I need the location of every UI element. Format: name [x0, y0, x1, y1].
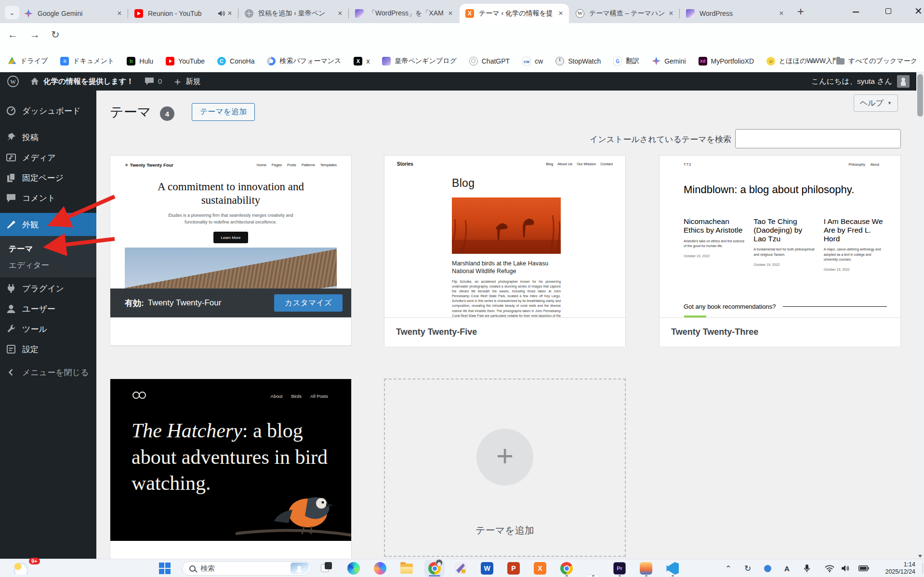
comments-link[interactable]: 0: [145, 77, 162, 86]
bookmark-item[interactable]: G翻訳: [613, 57, 639, 66]
page-scrollbar[interactable]: [916, 72, 924, 559]
all-bookmarks-label[interactable]: すべてのブックマーク: [848, 57, 917, 66]
browser-tab[interactable]: 「WordPress」を「XAM ×: [349, 4, 459, 23]
sidebar-item-users[interactable]: ユーザー: [0, 299, 96, 319]
back-icon[interactable]: ←: [8, 29, 18, 40]
tray-chevron-icon[interactable]: ⌃: [725, 559, 731, 577]
tab-audio-icon[interactable]: [218, 10, 225, 17]
browser-tab[interactable]: Reunion - YouTub ×: [129, 4, 238, 23]
xampp-icon[interactable]: X: [534, 562, 546, 575]
theme-name[interactable]: Twenty Twenty-Three: [660, 317, 900, 346]
tab-search-button[interactable]: ⌄: [5, 6, 19, 19]
bookmark-item[interactable]: YouTube: [166, 57, 205, 66]
account-menu[interactable]: こんにちは、syuta さん: [811, 75, 910, 88]
task-view-button[interactable]: [321, 562, 333, 575]
collapse-menu-button[interactable]: メニューを閉じる: [0, 362, 96, 382]
theme-preview[interactable]: Stories BlogAbout UsOur MissionContact B…: [384, 156, 625, 317]
sidebar-item-dashboard[interactable]: ダッシュボード: [0, 100, 96, 121]
bookmark-item[interactable]: CConoHa: [217, 57, 254, 66]
tab-close-icon[interactable]: ×: [225, 9, 234, 18]
site-title[interactable]: 化学の情報を提供します！: [43, 77, 134, 87]
visit-site-link[interactable]: 化学の情報を提供します！: [30, 77, 134, 87]
clip-studio-icon[interactable]: [454, 562, 467, 575]
browser-tab[interactable]: Google Gemini ×: [18, 4, 128, 23]
word-icon[interactable]: W: [481, 562, 493, 575]
theme-search-input[interactable]: [735, 129, 901, 148]
submenu-item-themes[interactable]: テーマ: [0, 242, 96, 256]
browser-tab-active[interactable]: X テーマ ‹ 化学の情報を提 ×: [460, 4, 569, 23]
taskbar-search[interactable]: 検索: [182, 561, 311, 576]
wifi-icon[interactable]: [825, 559, 834, 577]
forward-icon[interactable]: →: [30, 29, 40, 40]
powerpoint-icon[interactable]: P: [507, 562, 520, 575]
add-theme-card[interactable]: + テーマを追加: [384, 379, 626, 557]
flame-app-icon[interactable]: [640, 562, 652, 575]
tab-close-icon[interactable]: ×: [556, 9, 565, 18]
chrome-active-icon[interactable]: [428, 562, 441, 575]
show-desktop-button[interactable]: [923, 563, 924, 574]
help-button[interactable]: ヘルプ: [854, 94, 898, 112]
taskbar-clock[interactable]: 1:14 2025/12/24: [885, 561, 915, 576]
chrome-icon[interactable]: [560, 562, 573, 575]
new-content-link[interactable]: ＋ 新規: [172, 75, 200, 88]
search-highlight-thumbnail[interactable]: [290, 563, 309, 574]
theme-preview[interactable]: ✳ Twenty Twenty Four HomePagesPostsPatte…: [110, 156, 351, 317]
theme-card-twenty-twenty-three[interactable]: TT3 PhilosophyAbout Mindblown: a blog ab…: [659, 155, 901, 346]
volume-icon[interactable]: [841, 559, 850, 577]
theme-card-twenty-twenty-five[interactable]: Stories BlogAbout UsOur MissionContact B…: [384, 155, 626, 346]
bookmark-item[interactable]: Gemini: [652, 57, 686, 66]
ime-mode-indicator[interactable]: A: [784, 559, 790, 577]
submenu-item-editor[interactable]: エディター: [0, 258, 96, 273]
premiere-icon[interactable]: Pr: [613, 562, 626, 575]
window-close-button[interactable]: ✕: [914, 5, 923, 17]
bookmark-item[interactable]: XdMyPortfolioXD: [699, 57, 754, 66]
tray-network-app-icon[interactable]: [764, 559, 771, 577]
tab-close-icon[interactable]: ×: [777, 9, 786, 18]
bookmark-item[interactable]: Xx: [354, 57, 370, 66]
sidebar-item-appearance[interactable]: 外観: [0, 213, 96, 236]
start-button[interactable]: [159, 563, 171, 574]
tab-close-icon[interactable]: ×: [667, 9, 675, 18]
tab-close-icon[interactable]: ×: [446, 9, 455, 18]
sidebar-item-comments[interactable]: コメント: [0, 188, 96, 208]
browser-tab[interactable]: WordPress ×: [680, 4, 790, 23]
theme-preview[interactable]: AboutBirdsAll Posts The Hatchery: a blog…: [110, 379, 351, 541]
sidebar-item-tools[interactable]: ツール: [0, 319, 96, 339]
sidebar-item-plugins[interactable]: プラグイン: [0, 278, 96, 299]
bookmark-item[interactable]: cwcw: [522, 57, 543, 66]
scrollbar-thumb[interactable]: [917, 74, 923, 117]
sidebar-item-pages[interactable]: 固定ページ: [0, 168, 96, 188]
reload-icon[interactable]: ↻: [51, 29, 60, 40]
scroll-down-arrow[interactable]: [918, 555, 922, 558]
theme-card-twenty-twenty-four[interactable]: ✳ Twenty Twenty Four HomePagesPostsPatte…: [110, 155, 352, 346]
copilot-icon[interactable]: [374, 562, 386, 575]
bookmark-item[interactable]: hHulu: [127, 57, 153, 66]
file-explorer-icon[interactable]: [400, 562, 413, 575]
bookmark-item[interactable]: ドキュメント: [60, 57, 114, 66]
window-maximize-button[interactable]: [885, 8, 891, 14]
wp-logo-icon[interactable]: W: [7, 75, 19, 88]
browser-tab[interactable]: 投稿を追加 ‹ 皇帝ペン ×: [239, 4, 348, 23]
new-tab-button[interactable]: +: [797, 5, 804, 18]
customize-button[interactable]: カスタマイズ: [274, 294, 343, 312]
plus-circle-icon[interactable]: +: [476, 429, 533, 485]
tab-close-icon[interactable]: ×: [336, 9, 344, 18]
vscode-icon[interactable]: [666, 562, 679, 575]
widgets-weather-icon[interactable]: 9+: [13, 561, 28, 575]
bookmark-item[interactable]: 検索パフォーマンス: [267, 57, 341, 66]
sidebar-item-settings[interactable]: 設定: [0, 339, 96, 359]
browser-tab[interactable]: W テーマ構造 – テーマハン ×: [570, 4, 679, 23]
tab-close-icon[interactable]: ×: [115, 9, 124, 18]
sidebar-item-posts[interactable]: 投稿: [0, 127, 96, 147]
edge-icon[interactable]: [347, 562, 360, 575]
bookmark-item[interactable]: ドライブ: [8, 57, 48, 66]
sidebar-item-media[interactable]: メディア: [0, 147, 96, 168]
bookmark-item[interactable]: 皇帝ペンギンブログ: [382, 57, 456, 66]
microphone-icon[interactable]: [804, 559, 810, 577]
theme-name[interactable]: Twenty Twenty-Five: [384, 317, 625, 346]
add-theme-button[interactable]: テーマを追加: [192, 103, 255, 121]
bookmark-item[interactable]: StopWatch: [555, 57, 601, 66]
battery-icon[interactable]: [858, 559, 869, 577]
bookmarks-overflow-icon[interactable]: »: [811, 57, 815, 66]
bookmark-item[interactable]: ChatGPT: [469, 57, 510, 66]
